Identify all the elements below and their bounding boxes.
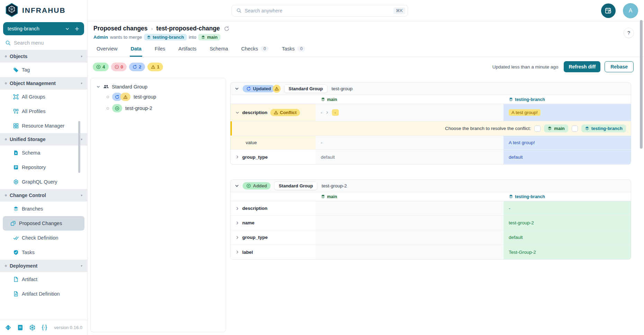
sidebar-item-graphql-query[interactable]: GraphQL Query [3,175,84,189]
api-docs-icon[interactable] [5,324,11,331]
diff-cell [316,201,504,215]
bullet-icon [5,82,7,84]
chevron-down-icon [235,86,239,91]
diff-cell: value [230,136,316,149]
tree-item-badges [112,104,122,112]
refresh-icon [115,95,119,99]
branch-value: A test group! [509,140,535,145]
all-profiles-icon [13,109,19,114]
tab-schema[interactable]: Schema [209,46,229,57]
sidebar-item-label: All Groups [22,94,45,100]
menu-search-input[interactable] [14,40,73,46]
sidebar-item-check-definition[interactable]: Check Definition [3,231,84,245]
branch-value: - [509,206,510,211]
diff-card-header[interactable]: AddedStandard Grouptest-group-2 [230,180,631,192]
proposed-changes-icon [10,221,16,226]
sidebar-item-artifact-definition[interactable]: Artifact Definition [3,287,84,301]
resolve-checkbox-testing-branch[interactable] [572,125,578,132]
status-badge: Added [243,182,271,189]
tab-checks[interactable]: Checks0 [241,46,269,57]
tab-artifacts[interactable]: Artifacts [178,46,197,57]
tab-label: Artifacts [179,46,197,52]
sidebar-item-label: Repository [22,165,46,170]
diff-cell: test-group-2 [504,216,631,230]
main-area: ⌘K A Proposed changes › test-proposed-ch… [88,0,644,335]
tab-label: Data [130,46,141,52]
branch-layers-icon [509,97,513,102]
diff-cell: default [504,230,631,244]
diff-cell: - [316,136,504,149]
diff-cell: descriptionConflict [230,104,316,121]
documentation-icon[interactable] [17,324,24,331]
tab-count-badge: 0 [297,46,305,52]
avatar[interactable]: A [623,3,638,18]
attribute-name: description [242,110,267,115]
breadcrumb-root[interactable]: Proposed changes [93,25,148,32]
tab-overview[interactable]: Overview [96,46,118,57]
version-label: version 0.16.0 [54,325,82,330]
sidebar-item-all-profiles[interactable]: All Profiles [3,104,84,119]
branch-badge-main: main [544,124,568,132]
diff-card-test-group-2: AddedStandard Grouptest-group-2maintesti… [230,179,631,260]
search-icon [236,8,242,13]
sidebar-item-artifact[interactable]: Artifact [3,272,84,287]
rebase-button[interactable]: Rebase [605,61,634,72]
resolve-checkbox-main[interactable] [534,125,541,132]
add-branch-button[interactable] [74,26,80,31]
tree-item-test-group-2[interactable]: test-group-2 [107,104,220,112]
tree-item-standard-group[interactable]: Standard Group [96,84,220,90]
branch-selector[interactable]: testing-branch [3,22,84,35]
sidebar-item-proposed-changes[interactable]: Proposed Changes [3,216,84,231]
attribute-name: group_type [242,155,268,160]
tab-count-badge: 0 [261,46,269,52]
sidebar-item-repository[interactable]: Repository [3,160,84,175]
diff-row-name[interactable]: nametest-group-2 [230,216,631,230]
diff-card-header[interactable]: UpdatedStandard Grouptest-group [230,83,631,95]
status-badge: Updated [243,85,275,92]
sidebar-group-object-management[interactable]: Object Management▾ [0,77,87,90]
sidebar-scrollbar-thumb[interactable] [78,121,80,173]
diff-row-label[interactable]: labelTest-Group-2 [230,245,631,259]
breadcrumb-separator: › [151,26,153,31]
diff-row-group-type[interactable]: group_typedefaultdefault [230,150,631,164]
refresh-icon [133,65,137,69]
plus-circle-icon [115,106,119,111]
page-scrollbar-thumb[interactable] [640,20,643,149]
sidebar-item-tasks[interactable]: Tasks [3,245,84,260]
help-button[interactable]: ? [624,28,634,38]
diff-card-test-group: UpdatedStandard Grouptest-groupmaintesti… [230,82,631,165]
sidebar-item-branches[interactable]: Branches [3,202,84,216]
chevron-right-icon [235,206,239,211]
page-header: Proposed changes › test-proposed-change … [88,21,644,40]
sidebar-group-objects[interactable]: Objects▾ [0,50,87,63]
tree-item-test-group[interactable]: test-group [107,93,220,101]
diff-row-description[interactable]: descriptionConflict--A test group! [230,104,631,121]
global-search-input[interactable] [245,8,390,13]
sidebar-item-all-groups[interactable]: All Groups [3,90,84,104]
sidebar-group-unified-storage[interactable]: Unified Storage▾ [0,133,87,146]
main-new-value: - [332,109,339,116]
sidebar-group-label: Objects [10,54,27,59]
tab-files[interactable]: Files [154,46,166,57]
sidebar-item-schema[interactable]: Schema [3,146,84,160]
tasks-schedule-button[interactable] [601,3,616,18]
sidebar-item-tag[interactable]: Tag [3,63,84,77]
tab-label: Schema [210,46,228,52]
refresh-state-icon[interactable] [224,26,229,31]
refresh-diff-button[interactable]: Refresh diff [564,61,600,72]
diff-row-group-type[interactable]: group_typedefault [230,230,631,245]
app-logo[interactable]: INFRAHUB [0,0,87,20]
diff-cell [316,216,504,230]
graphql-sandbox-icon[interactable] [29,324,36,331]
sidebar-item-resource-manager[interactable]: Resource Manager [3,119,84,133]
sidebar-item-label: Proposed Changes [19,221,62,226]
code-braces-icon[interactable] [41,324,48,331]
diff-row-description[interactable]: description- [230,201,631,216]
sidebar-group-deployment[interactable]: Deployment▾ [0,260,87,272]
tab-tasks[interactable]: Tasks0 [281,46,306,57]
global-search[interactable]: ⌘K [232,5,408,17]
sidebar-footer: version 0.16.0 [0,320,87,335]
stat-count: 1 [157,64,160,69]
sidebar-group-change-control[interactable]: Change Control▾ [0,189,87,202]
tab-data[interactable]: Data [130,46,142,57]
